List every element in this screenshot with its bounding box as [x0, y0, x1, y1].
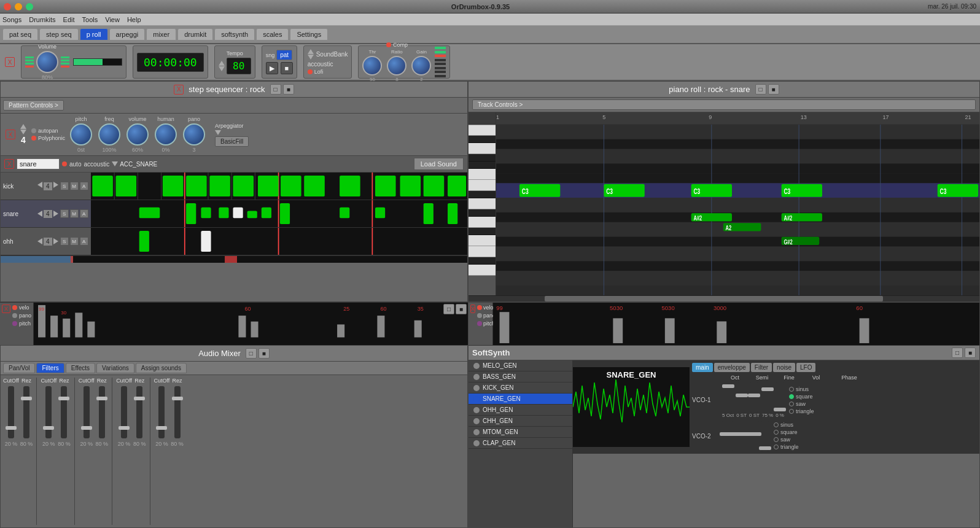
tab-stepseq[interactable]: step seq — [39, 28, 79, 41]
vco1-sinus-radio[interactable] — [789, 387, 794, 392]
vco1-phase-track[interactable] — [776, 382, 784, 413]
pano-led[interactable] — [12, 313, 17, 318]
tab-arpeggi[interactable]: arpeggi — [109, 28, 146, 41]
snare-a[interactable]: A — [80, 209, 88, 218]
vco1-square-option[interactable]: square — [789, 394, 814, 400]
vco2-square-option[interactable]: square — [774, 429, 799, 435]
roll-grid[interactable]: C3 C3 C3 C3 C3 — [496, 125, 979, 295]
freq-knob[interactable] — [98, 123, 120, 146]
tab-variations[interactable]: Variations — [96, 363, 134, 373]
snare-s[interactable]: S — [60, 209, 69, 218]
vco1-vol-track[interactable] — [764, 382, 771, 413]
pr-pitch-led[interactable] — [477, 321, 482, 326]
melo-check[interactable] — [473, 363, 480, 369]
snare-num-dec[interactable] — [37, 211, 42, 217]
thr-knob[interactable] — [362, 56, 382, 76]
vco2-sinus-option[interactable]: sinus — [774, 422, 799, 428]
ohh-num-dec[interactable] — [37, 238, 42, 244]
vco1-phase-handle[interactable] — [774, 408, 786, 411]
vco2-fine-track[interactable] — [742, 421, 749, 451]
kick-pattern-grid[interactable] — [91, 173, 467, 200]
velocity-bars-area[interactable]: 99 30 60 — [34, 303, 468, 345]
menu-help[interactable]: Help — [127, 16, 141, 23]
kick-m[interactable]: M — [70, 182, 79, 190]
autopan-led[interactable] — [31, 128, 36, 133]
vco2-triangle-radio[interactable] — [774, 445, 779, 449]
vco1-square-radio[interactable] — [789, 394, 794, 399]
rez-fader-2[interactable] — [61, 386, 67, 438]
synth-item-bass[interactable]: BASS_GEN — [469, 371, 572, 382]
vco2-triangle-option[interactable]: triangle — [774, 444, 799, 450]
resize-btn-1[interactable]: □ — [270, 84, 281, 95]
pr-vel-close[interactable]: X — [470, 305, 475, 313]
mtom-check[interactable] — [473, 429, 480, 435]
synth-item-clap[interactable]: CLAP_GEN — [469, 438, 572, 449]
tab-filters[interactable]: Filters — [36, 363, 64, 373]
soundbank-spinner[interactable] — [308, 49, 314, 60]
ohh-num-inc[interactable] — [53, 238, 58, 244]
play-button[interactable]: ▶ — [266, 62, 278, 74]
instr-close[interactable]: X — [6, 130, 15, 139]
vco2-oct-track[interactable] — [722, 421, 729, 451]
synth-item-snare[interactable]: SNARE_GEN — [469, 394, 572, 405]
pr-pano-led[interactable] — [477, 313, 482, 318]
pr-resize-1[interactable]: □ — [755, 84, 766, 95]
vel-resize-1[interactable]: □ — [443, 304, 454, 314]
rez-fader-5[interactable] — [174, 386, 181, 438]
arp-spinner[interactable] — [215, 130, 249, 135]
kick-s[interactable]: S — [60, 182, 69, 190]
close-window-icon[interactable] — [4, 3, 11, 10]
tab-scales[interactable]: scales — [256, 28, 289, 41]
ohh-s[interactable]: S — [60, 237, 69, 246]
tab-patseq[interactable]: pat seq — [2, 28, 38, 41]
synth-item-chh[interactable]: CHH_GEN — [469, 416, 572, 427]
mixer-resize-1[interactable]: □ — [246, 348, 257, 359]
synth-item-mtom[interactable]: MTOM_GEN — [469, 427, 572, 438]
tab-main[interactable]: main — [692, 363, 713, 372]
vco1-oct-handle[interactable] — [722, 384, 734, 388]
vco2-semi-track[interactable] — [732, 421, 739, 451]
resize-btn-2[interactable]: ■ — [283, 84, 294, 95]
menu-tools[interactable]: Tools — [82, 16, 98, 23]
pr-velo-led[interactable] — [477, 305, 482, 310]
vco2-phase-track[interactable] — [761, 421, 769, 451]
cutoff-fader-4[interactable] — [121, 386, 127, 438]
kick-check[interactable] — [473, 385, 480, 391]
tab-assign-sounds[interactable]: Assign sounds — [136, 363, 187, 373]
vco2-vol-handle[interactable] — [749, 432, 761, 436]
synth-item-ohh[interactable]: OHH_GEN — [469, 405, 572, 416]
tab-enveloppe[interactable]: enveloppe — [714, 363, 750, 372]
menu-view[interactable]: View — [105, 16, 120, 23]
synth-item-kick[interactable]: KICK_GEN — [469, 382, 572, 394]
vel-resize-2[interactable]: ■ — [456, 304, 467, 314]
tab-filter[interactable]: Filter — [751, 363, 772, 372]
vco2-sinus-radio[interactable] — [774, 422, 779, 427]
comp-led[interactable] — [386, 42, 391, 47]
kick-num-spinner[interactable]: 4 — [37, 182, 59, 190]
step-seq-close[interactable]: X — [174, 85, 184, 95]
volume-knob[interactable] — [36, 51, 58, 73]
vco1-triangle-radio[interactable] — [789, 409, 794, 414]
menu-drumkits[interactable]: Drumkits — [29, 16, 55, 23]
pat-button[interactable]: pat — [276, 50, 292, 60]
pano-knob[interactable] — [183, 123, 205, 146]
ohh-check[interactable] — [473, 407, 480, 413]
cutoff-fader-3[interactable] — [84, 386, 90, 438]
volume-ctrl-knob[interactable] — [126, 123, 149, 146]
vco1-saw-option[interactable]: saw — [789, 401, 814, 407]
auto-led[interactable] — [62, 161, 67, 166]
vco2-phase-handle[interactable] — [759, 446, 771, 450]
vco1-fine-track[interactable] — [750, 382, 758, 413]
clap-check[interactable] — [473, 440, 480, 446]
vco2-saw-radio[interactable] — [774, 437, 779, 442]
sound-close[interactable]: X — [4, 159, 14, 169]
snare-m[interactable]: M — [70, 209, 79, 218]
vco2-vol-track[interactable] — [752, 421, 759, 451]
load-sound-button[interactable]: Load Sound — [414, 158, 464, 170]
tab-drumkit[interactable]: drumkit — [177, 28, 213, 41]
tempo-spinner[interactable] — [219, 61, 225, 71]
snare-pattern-grid[interactable] — [91, 200, 467, 227]
tab-softsynth[interactable]: softsynth — [214, 28, 255, 41]
kick-a[interactable]: A — [80, 182, 88, 190]
velo-led[interactable] — [12, 305, 17, 310]
